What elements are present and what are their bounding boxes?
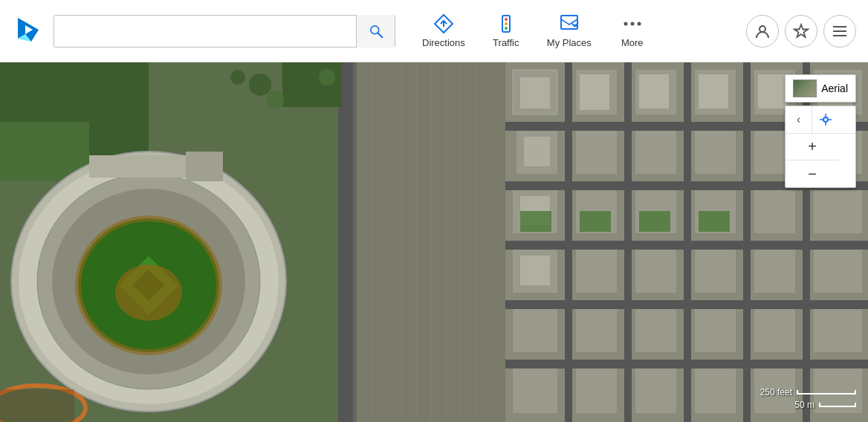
svg-rect-103 xyxy=(639,211,670,232)
svg-point-14 xyxy=(760,26,765,32)
svg-point-110 xyxy=(302,82,323,103)
svg-rect-51 xyxy=(565,62,572,422)
nav-item-more[interactable]: More xyxy=(606,7,658,54)
svg-point-11 xyxy=(624,22,627,26)
svg-rect-101 xyxy=(520,211,551,232)
header-actions xyxy=(746,15,856,48)
svg-rect-91 xyxy=(695,309,736,352)
svg-rect-92 xyxy=(695,369,736,413)
nav-label-myplaces: My Places xyxy=(547,37,592,48)
svg-rect-52 xyxy=(624,62,632,422)
scale-bar: 250 feet 50 m xyxy=(760,387,856,410)
svg-rect-84 xyxy=(576,369,617,413)
svg-rect-20 xyxy=(353,62,356,422)
svg-rect-86 xyxy=(635,250,676,293)
aerial-map xyxy=(0,62,868,422)
compass-left-button[interactable]: ‹ xyxy=(786,106,812,133)
svg-rect-64 xyxy=(639,74,669,108)
traffic-icon xyxy=(496,13,516,34)
svg-rect-104 xyxy=(699,211,730,232)
myplaces-icon xyxy=(559,13,580,34)
nav-item-traffic[interactable]: Traffic xyxy=(480,7,532,54)
svg-rect-95 xyxy=(754,309,795,352)
svg-rect-93 xyxy=(754,190,795,233)
nav-item-myplaces[interactable]: My Places xyxy=(535,7,603,54)
svg-rect-62 xyxy=(576,131,617,174)
menu-button[interactable] xyxy=(823,15,856,48)
svg-rect-70 xyxy=(758,74,788,108)
svg-point-111 xyxy=(319,69,335,85)
compass-zoom-controls: ‹ + − xyxy=(785,106,856,188)
svg-point-109 xyxy=(230,70,245,85)
account-button[interactable] xyxy=(746,15,779,48)
nav-label-more: More xyxy=(621,37,644,48)
scale-row-meters: 50 m xyxy=(794,400,856,410)
svg-point-108 xyxy=(266,91,284,108)
svg-rect-90 xyxy=(695,250,736,293)
svg-rect-54 xyxy=(743,62,751,422)
svg-rect-80 xyxy=(513,369,557,413)
svg-rect-106 xyxy=(0,389,74,422)
scale-row-feet: 250 feet xyxy=(760,387,856,397)
svg-point-13 xyxy=(637,22,641,26)
compass-row: ‹ xyxy=(786,106,855,134)
svg-rect-99 xyxy=(814,309,862,352)
svg-rect-19 xyxy=(338,62,353,422)
svg-point-12 xyxy=(630,22,634,26)
svg-rect-53 xyxy=(684,62,691,422)
svg-point-31 xyxy=(115,264,182,321)
search-container xyxy=(54,15,395,48)
scale-feet-label: 250 feet xyxy=(760,387,792,397)
svg-point-107 xyxy=(249,74,271,96)
svg-rect-61 xyxy=(580,74,609,110)
svg-rect-34 xyxy=(186,152,223,181)
directions-icon xyxy=(433,13,454,34)
svg-rect-10 xyxy=(561,16,577,29)
svg-rect-88 xyxy=(635,369,676,413)
svg-rect-87 xyxy=(635,309,676,352)
aerial-thumbnail xyxy=(793,79,817,97)
svg-rect-82 xyxy=(576,250,617,293)
svg-point-9 xyxy=(505,27,508,30)
svg-rect-97 xyxy=(814,190,862,233)
svg-rect-67 xyxy=(699,74,728,108)
nav-label-traffic: Traffic xyxy=(493,37,519,48)
aerial-label: Aerial xyxy=(821,82,848,94)
rewards-button[interactable] xyxy=(785,15,817,48)
nav-items: Directions Traffic xyxy=(410,7,658,54)
search-button[interactable] xyxy=(356,15,395,48)
svg-point-8 xyxy=(505,22,508,25)
header: Directions Traffic xyxy=(0,0,868,62)
svg-rect-94 xyxy=(754,250,795,293)
svg-rect-98 xyxy=(814,250,862,293)
zoom-out-button[interactable]: − xyxy=(786,160,839,187)
map-container[interactable]: Aerial ‹ + − 250 f xyxy=(0,62,868,422)
compass-location-button[interactable] xyxy=(812,106,839,133)
more-icon xyxy=(622,13,643,34)
svg-rect-83 xyxy=(576,309,617,352)
nav-label-directions: Directions xyxy=(422,37,465,48)
scale-line-feet xyxy=(797,390,856,395)
svg-rect-102 xyxy=(580,211,611,232)
scale-line-meters xyxy=(819,403,856,407)
svg-rect-57 xyxy=(520,77,550,108)
svg-rect-65 xyxy=(635,131,676,174)
zoom-in-button[interactable]: + xyxy=(786,134,839,160)
map-controls: Aerial ‹ + − xyxy=(785,74,856,188)
svg-rect-59 xyxy=(524,137,550,166)
svg-line-3 xyxy=(378,33,382,37)
svg-rect-68 xyxy=(695,131,736,174)
scale-meters-label: 50 m xyxy=(794,400,814,410)
aerial-button[interactable]: Aerial xyxy=(785,74,856,103)
svg-point-7 xyxy=(505,18,508,21)
nav-item-directions[interactable]: Directions xyxy=(410,7,477,54)
bing-logo[interactable] xyxy=(12,15,45,48)
svg-rect-78 xyxy=(520,256,550,285)
svg-rect-79 xyxy=(513,309,557,352)
search-input[interactable] xyxy=(54,16,356,47)
svg-point-112 xyxy=(823,117,828,122)
